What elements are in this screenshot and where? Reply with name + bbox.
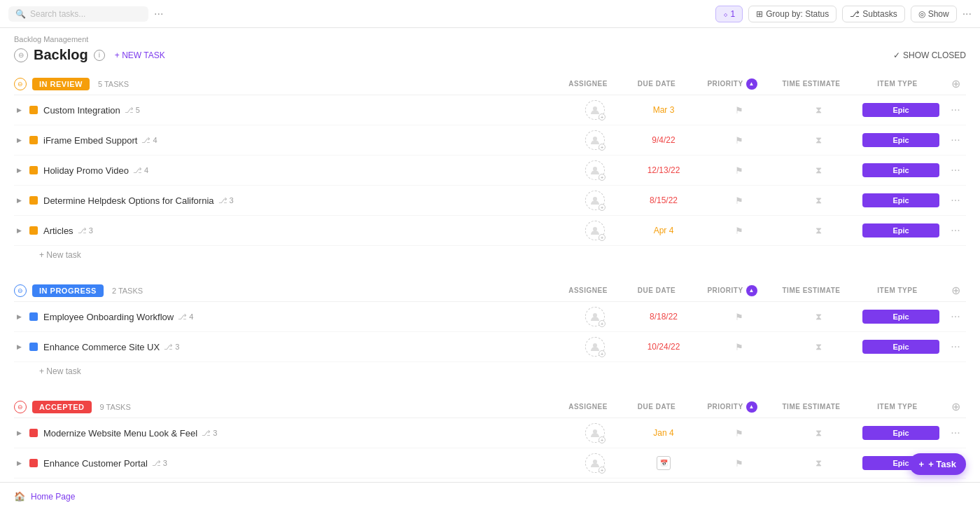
avatar-2-1[interactable]: +	[585, 453, 605, 473]
time-est-0-2[interactable]: ⧗	[780, 165, 857, 176]
task-name-0-1[interactable]: iFrame Embed Support ⎇ 4	[43, 135, 561, 146]
flag-1-0[interactable]: ⚑	[704, 312, 774, 322]
assignee-cell-0-1[interactable]: +	[567, 130, 623, 150]
avatar-add-icon[interactable]: +	[598, 113, 606, 120]
add-col-icon[interactable]: ···	[951, 194, 960, 206]
row-add-1-0[interactable]: ···	[945, 310, 966, 323]
flag-1-1[interactable]: ⚑	[704, 342, 774, 352]
avatar-add-icon[interactable]: +	[598, 234, 606, 241]
priority-sort-icon-0[interactable]: ▲	[746, 78, 757, 90]
new-task-row-0[interactable]: + New task	[14, 246, 966, 264]
add-col-icon[interactable]: ···	[951, 310, 960, 322]
priority-sort-icon-2[interactable]: ▲	[746, 401, 757, 413]
expand-task-0-2[interactable]: ▶	[14, 165, 24, 175]
task-name-0-4[interactable]: Articles ⎇ 3	[43, 226, 561, 236]
avatar-0-1[interactable]: +	[585, 130, 605, 150]
add-col-icon[interactable]: ···	[951, 427, 960, 439]
time-est-0-3[interactable]: ⧗	[780, 195, 857, 206]
add-task-fab[interactable]: + + Task	[909, 453, 966, 475]
search-box[interactable]: 🔍 Search tasks...	[8, 6, 148, 22]
time-est-0-1[interactable]: ⧗	[780, 135, 857, 146]
avatar-0-0[interactable]: +	[585, 100, 605, 120]
flag-2-1[interactable]: ⚑	[704, 458, 774, 469]
flag-0-1[interactable]: ⚑	[704, 135, 774, 146]
flag-0-3[interactable]: ⚑	[704, 195, 774, 206]
expand-task-0-0[interactable]: ▶	[14, 105, 24, 115]
row-add-0-0[interactable]: ···	[945, 104, 966, 116]
assignee-cell-1-1[interactable]: +	[567, 337, 623, 357]
row-add-0-1[interactable]: ···	[945, 134, 966, 146]
collapse-in-progress-button[interactable]: ⊖	[14, 284, 27, 297]
show-closed-button[interactable]: ✓ SHOW CLOSED	[893, 50, 966, 60]
avatar-add-icon[interactable]: +	[598, 204, 606, 211]
row-add-0-2[interactable]: ···	[945, 164, 966, 177]
expand-task-0-1[interactable]: ▶	[14, 135, 24, 145]
task-name-2-1[interactable]: Enhance Customer Portal ⎇ 3	[43, 458, 561, 469]
avatar-0-3[interactable]: +	[585, 191, 605, 210]
add-col-icon[interactable]: ···	[951, 164, 960, 176]
expand-task-0-4[interactable]: ▶	[14, 226, 24, 235]
avatar-0-4[interactable]: +	[585, 221, 605, 240]
expand-task-0-3[interactable]: ▶	[14, 195, 24, 205]
avatar-0-2[interactable]: +	[585, 160, 605, 180]
collapse-accepted-button[interactable]: ⊖	[14, 401, 27, 413]
add-col-icon[interactable]: ···	[951, 134, 960, 146]
col-add-1[interactable]: ⊕	[945, 284, 966, 297]
avatar-add-icon[interactable]: +	[598, 467, 606, 474]
home-page-link[interactable]: Home Page	[31, 492, 75, 502]
task-name-0-3[interactable]: Determine Helpdesk Options for Californi…	[43, 195, 561, 206]
flag-2-0[interactable]: ⚑	[704, 428, 774, 439]
assignee-cell-0-0[interactable]: +	[567, 100, 623, 120]
collapse-in-review-button[interactable]: ⊖	[14, 78, 27, 90]
flag-0-4[interactable]: ⚑	[704, 226, 774, 236]
task-name-0-0[interactable]: Custom Integration ⎇ 5	[43, 105, 561, 116]
collapse-page-button[interactable]: ⊖	[14, 48, 28, 62]
avatar-1-1[interactable]: +	[585, 337, 605, 357]
time-est-0-4[interactable]: ⧗	[780, 225, 857, 236]
time-est-0-0[interactable]: ⧗	[780, 104, 857, 116]
new-task-button[interactable]: + NEW TASK	[111, 48, 169, 62]
row-add-0-3[interactable]: ···	[945, 194, 966, 207]
add-col-icon[interactable]: ···	[951, 224, 960, 236]
show-button[interactable]: ◎ Show	[911, 6, 957, 22]
task-name-0-2[interactable]: Holiday Promo Video ⎇ 4	[43, 165, 561, 176]
expand-task-2-0[interactable]: ▶	[14, 428, 24, 438]
assignee-cell-2-1[interactable]: +	[567, 453, 623, 473]
task-name-1-0[interactable]: Employee Onboarding Workflow ⎇ 4	[43, 312, 561, 322]
info-icon[interactable]: i	[94, 50, 105, 61]
assignee-cell-0-3[interactable]: +	[567, 191, 623, 210]
expand-task-1-0[interactable]: ▶	[14, 312, 24, 322]
avatar-add-icon[interactable]: +	[598, 144, 606, 151]
row-add-2-0[interactable]: ···	[945, 427, 966, 439]
flag-0-2[interactable]: ⚑	[704, 165, 774, 176]
assignee-cell-0-2[interactable]: +	[567, 160, 623, 180]
filter-button[interactable]: ⬦ 1	[715, 6, 743, 22]
avatar-add-icon[interactable]: +	[598, 350, 606, 357]
avatar-1-0[interactable]: +	[585, 307, 605, 326]
col-add-2[interactable]: ⊕	[945, 400, 966, 413]
avatar-add-icon[interactable]: +	[598, 436, 606, 443]
time-est-1-1[interactable]: ⧗	[780, 341, 857, 352]
task-name-1-1[interactable]: Enhance Commerce Site UX ⎇ 3	[43, 342, 561, 352]
task-name-2-0[interactable]: Modernize Website Menu Look & Feel ⎇ 3	[43, 428, 561, 439]
row-add-1-1[interactable]: ···	[945, 340, 966, 353]
assignee-cell-2-0[interactable]: +	[567, 423, 623, 443]
row-add-0-4[interactable]: ···	[945, 224, 966, 237]
col-add-0[interactable]: ⊕	[945, 77, 966, 90]
assignee-cell-1-0[interactable]: +	[567, 307, 623, 326]
flag-0-0[interactable]: ⚑	[704, 105, 774, 116]
avatar-2-0[interactable]: +	[585, 423, 605, 443]
time-est-2-0[interactable]: ⧗	[780, 427, 857, 439]
add-col-icon[interactable]: ···	[951, 104, 960, 116]
expand-task-2-1[interactable]: ▶	[14, 458, 24, 468]
expand-task-1-1[interactable]: ▶	[14, 342, 24, 352]
avatar-add-icon[interactable]: +	[598, 174, 606, 181]
new-task-row-1[interactable]: + New task	[14, 362, 966, 380]
avatar-add-icon[interactable]: +	[598, 320, 606, 327]
subtasks-button[interactable]: ⎇ Subtasks	[842, 6, 904, 22]
assignee-cell-0-4[interactable]: +	[567, 221, 623, 240]
priority-sort-icon-1[interactable]: ▲	[746, 285, 757, 296]
time-est-1-0[interactable]: ⧗	[780, 311, 857, 322]
topbar-extra-dots[interactable]: ···	[962, 8, 972, 20]
time-est-2-1[interactable]: ⧗	[780, 457, 857, 469]
